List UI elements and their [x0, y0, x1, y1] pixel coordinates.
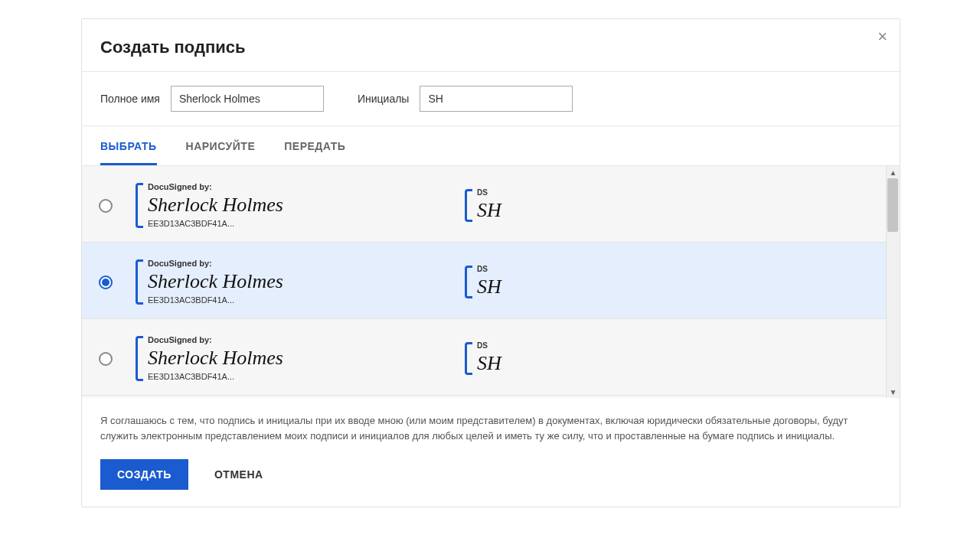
full-name-input[interactable]	[171, 86, 324, 112]
name-fields-row: Полное имя Инициалы	[82, 72, 900, 126]
close-icon[interactable]: ×	[877, 27, 887, 47]
bracket-icon	[465, 189, 472, 222]
bracket-icon	[465, 266, 472, 298]
signature-box-label: DocuSigned by:	[148, 183, 465, 191]
scroll-up-icon[interactable]: ▲	[887, 166, 900, 178]
initials-preview: SH	[477, 351, 618, 375]
tab-draw[interactable]: НАРИСУЙТЕ	[186, 126, 256, 165]
signature-id: EE3D13AC3BDF41A...	[148, 295, 465, 305]
create-signature-dialog: Создать подпись × Полное имя Инициалы ВЫ…	[81, 18, 900, 507]
signature-id: EE3D13AC3BDF41A...	[148, 372, 465, 381]
signature-id: EE3D13AC3BDF41A...	[148, 219, 465, 228]
dialog-title: Создать подпись	[100, 37, 881, 57]
signature-style-option-2[interactable]: DocuSigned by: Sherlock Holmes EE3D13AC3…	[82, 243, 886, 319]
scroll-down-icon[interactable]: ▼	[887, 386, 900, 398]
bracket-icon	[136, 183, 143, 227]
signature-style-option-1[interactable]: DocuSigned by: Sherlock Holmes EE3D13AC3…	[82, 166, 886, 243]
radio-icon	[99, 199, 113, 213]
signature-preview: Sherlock Holmes	[148, 346, 465, 370]
radio-icon	[99, 276, 113, 289]
initials-input[interactable]	[420, 86, 573, 112]
cancel-button[interactable]: ОТМЕНА	[210, 468, 268, 481]
initials-box-label: DS	[477, 189, 618, 197]
signature-box-label: DocuSigned by:	[148, 259, 465, 268]
full-name-label: Полное имя	[100, 93, 160, 105]
dialog-footer: СОЗДАТЬ ОТМЕНА	[82, 448, 900, 507]
bracket-icon	[136, 259, 143, 304]
bracket-icon	[136, 336, 143, 380]
scrollbar[interactable]: ▲ ▼	[886, 166, 900, 398]
signature-style-list: DocuSigned by: Sherlock Holmes EE3D13AC3…	[82, 166, 900, 398]
radio-icon	[99, 352, 113, 366]
initials-preview: SH	[477, 198, 618, 222]
tabs: ВЫБРАТЬ НАРИСУЙТЕ ПЕРЕДАТЬ	[82, 126, 900, 166]
legal-disclaimer: Я соглашаюсь с тем, что подпись и инициа…	[82, 398, 900, 448]
initials-label: Инициалы	[358, 93, 409, 105]
initials-box-label: DS	[477, 266, 618, 273]
bracket-icon	[465, 342, 472, 375]
initials-preview: SH	[477, 275, 618, 298]
create-button[interactable]: СОЗДАТЬ	[100, 459, 188, 490]
signature-style-option-3[interactable]: DocuSigned by: Sherlock Holmes EE3D13AC3…	[82, 319, 886, 396]
tab-select[interactable]: ВЫБРАТЬ	[100, 126, 157, 165]
initials-box-label: DS	[477, 342, 618, 350]
signature-box-label: DocuSigned by:	[148, 336, 465, 344]
scroll-thumb[interactable]	[887, 178, 898, 232]
tab-upload[interactable]: ПЕРЕДАТЬ	[284, 126, 345, 165]
dialog-header: Создать подпись ×	[82, 19, 900, 72]
signature-preview: Sherlock Holmes	[148, 269, 465, 293]
signature-preview: Sherlock Holmes	[148, 193, 465, 217]
